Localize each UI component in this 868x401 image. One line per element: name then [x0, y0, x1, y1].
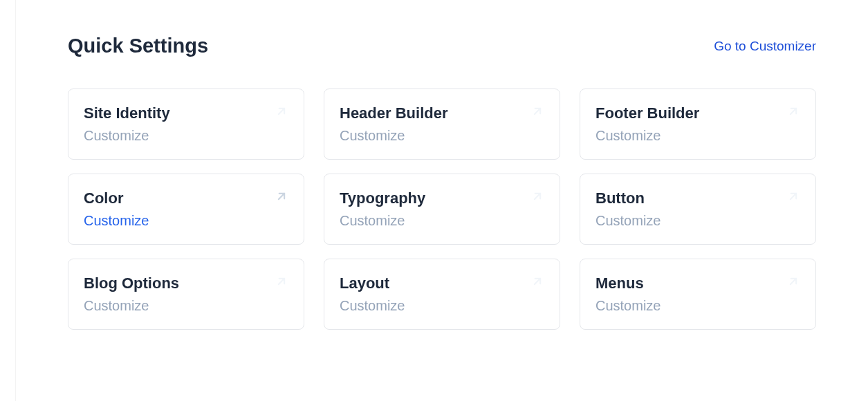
arrow-up-right-icon — [530, 104, 544, 118]
settings-grid: Site Identity Customize Header Builder C… — [68, 88, 816, 330]
arrow-up-right-icon — [275, 274, 288, 288]
arrow-up-right-icon — [275, 189, 288, 203]
card-subtitle: Customize — [340, 298, 544, 314]
arrow-up-right-icon — [786, 104, 800, 118]
card-subtitle: Customize — [595, 213, 800, 229]
card-color[interactable]: Color Customize — [68, 174, 304, 245]
arrow-up-right-icon — [530, 189, 544, 203]
card-title: Footer Builder — [595, 104, 800, 122]
arrow-up-right-icon — [786, 274, 800, 288]
card-header-builder[interactable]: Header Builder Customize — [324, 88, 560, 160]
svg-line-6 — [279, 279, 284, 284]
card-site-identity[interactable]: Site Identity Customize — [68, 88, 304, 160]
card-footer-builder[interactable]: Footer Builder Customize — [580, 88, 816, 160]
card-menus[interactable]: Menus Customize — [580, 259, 816, 330]
go-to-customizer-link[interactable]: Go to Customizer — [714, 39, 816, 54]
card-subtitle: Customize — [340, 213, 544, 229]
svg-line-3 — [279, 194, 284, 199]
svg-line-2 — [791, 109, 796, 114]
svg-line-5 — [791, 194, 796, 199]
arrow-up-right-icon — [530, 274, 544, 288]
card-title: Color — [84, 189, 288, 207]
arrow-up-right-icon — [275, 104, 288, 118]
card-subtitle: Customize — [340, 128, 544, 144]
card-title: Blog Options — [84, 274, 288, 292]
card-title: Button — [595, 189, 800, 207]
card-typography[interactable]: Typography Customize — [324, 174, 560, 245]
card-title: Typography — [340, 189, 544, 207]
card-subtitle: Customize — [595, 298, 800, 314]
card-subtitle: Customize — [84, 128, 288, 144]
card-button[interactable]: Button Customize — [580, 174, 816, 245]
svg-line-1 — [535, 109, 540, 114]
card-title: Site Identity — [84, 104, 288, 122]
svg-line-8 — [791, 279, 796, 284]
card-subtitle: Customize — [84, 213, 288, 229]
card-layout[interactable]: Layout Customize — [324, 259, 560, 330]
card-title: Layout — [340, 274, 544, 292]
page-title: Quick Settings — [68, 35, 208, 57]
arrow-up-right-icon — [786, 189, 800, 203]
card-blog-options[interactable]: Blog Options Customize — [68, 259, 304, 330]
card-title: Header Builder — [340, 104, 544, 122]
page-header: Quick Settings Go to Customizer — [68, 35, 816, 57]
card-title: Menus — [595, 274, 800, 292]
card-subtitle: Customize — [595, 128, 800, 144]
card-subtitle: Customize — [84, 298, 288, 314]
svg-line-7 — [535, 279, 540, 284]
svg-line-4 — [535, 194, 540, 199]
svg-line-0 — [279, 109, 284, 114]
